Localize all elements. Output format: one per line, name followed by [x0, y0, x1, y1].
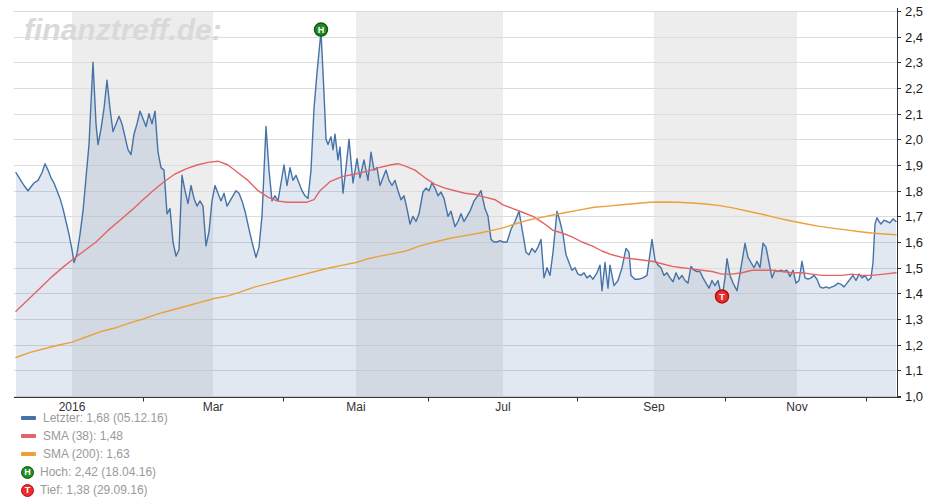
y-axis-label: 1,7: [905, 209, 923, 224]
legend-item-hoch: H Hoch: 2,42 (18.04.16): [21, 465, 168, 479]
y-axis-label: 1,1: [905, 363, 923, 378]
legend-item-sma38: SMA (38): 1,48: [21, 429, 168, 443]
hoch-marker-icon: H: [21, 466, 34, 479]
y-axis-label: 1,5: [905, 261, 923, 276]
y-axis-label: 1,9: [905, 158, 923, 173]
y-axis-label: 1,6: [905, 235, 923, 250]
y-axis-label: 2,0: [905, 132, 923, 147]
legend-label-tief: Tief: 1,38 (29.09.16): [40, 483, 148, 497]
y-axis-label: 1,4: [905, 286, 923, 301]
letzter-line-swatch: [21, 416, 36, 420]
legend-label-letzter: Letzter: 1,68 (05.12.16): [43, 411, 168, 425]
tief-marker-icon: T: [21, 484, 34, 497]
high-marker: H: [315, 23, 328, 36]
legend-label-sma200: SMA (200): 1,63: [43, 447, 130, 461]
sma38-line-swatch: [21, 434, 36, 438]
legend-label-sma38: SMA (38): 1,48: [43, 429, 123, 443]
sma200-line-swatch: [21, 452, 36, 456]
y-axis-label: 1,0: [905, 389, 923, 404]
y-axis-label: 2,4: [905, 30, 923, 45]
x-axis-label: Nov: [786, 400, 807, 412]
price-chart[interactable]: 1,01,11,21,31,41,51,61,71,81,92,02,12,22…: [0, 0, 940, 412]
y-axis-label: 1,8: [905, 184, 923, 199]
legend-item-sma200: SMA (200): 1,63: [21, 447, 168, 461]
y-axis-label: 2,2: [905, 81, 923, 96]
legend-item-tief: T Tief: 1,38 (29.09.16): [21, 483, 168, 497]
stock-chart-panel: finanztreff.de: 1,01,11,21,31,41,51,61,7…: [0, 0, 940, 500]
y-axis-label: 2,3: [905, 55, 923, 70]
y-axis-label: 2,5: [905, 4, 923, 19]
x-axis-label: Mar: [203, 400, 224, 412]
x-axis-label: Jul: [495, 400, 510, 412]
x-axis-label: Sep: [643, 400, 665, 412]
low-marker: T: [716, 290, 729, 303]
chart-legend: Letzter: 1,68 (05.12.16) SMA (38): 1,48 …: [21, 411, 168, 497]
svg-text:T: T: [719, 292, 725, 302]
y-axis-label: 2,1: [905, 107, 923, 122]
y-axis-label: 1,2: [905, 338, 923, 353]
legend-label-hoch: Hoch: 2,42 (18.04.16): [40, 465, 156, 479]
legend-item-letzter: Letzter: 1,68 (05.12.16): [21, 411, 168, 425]
y-axis-label: 1,3: [905, 312, 923, 327]
svg-text:H: H: [318, 25, 325, 35]
x-axis-label: Mai: [346, 400, 365, 412]
